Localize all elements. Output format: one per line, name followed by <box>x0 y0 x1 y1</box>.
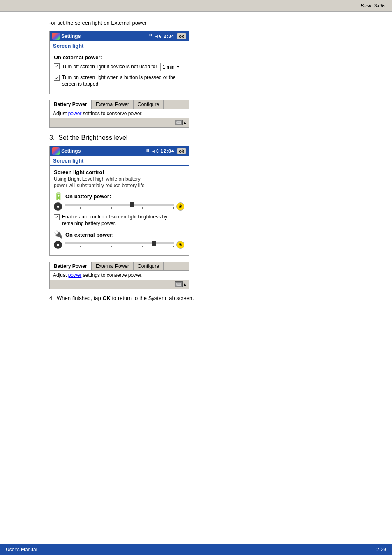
scroll-up-1[interactable]: ▲ <box>183 121 187 125</box>
tab-battery-power-1[interactable]: Battery Power <box>50 100 92 109</box>
checkbox-row-1: Turn off screen light if device is not u… <box>54 63 184 71</box>
control-sub1: Using Bright Level high while on battery <box>54 176 184 182</box>
device-body-2: Screen light control Using Bright Level … <box>50 166 189 255</box>
brightness-low-icon: ● <box>54 202 62 211</box>
dropdown-arrow-1: ▼ <box>176 65 180 69</box>
brightness-low-icon-2: ● <box>54 241 62 249</box>
titlebar-right-2: ⠿ ◄€ 12:04 ok <box>146 148 186 154</box>
control-sub2: power will substantially reduce battery … <box>54 183 184 188</box>
step3-number: 3. <box>49 134 55 141</box>
device-titlebar-2: Settings ⠿ ◄€ 12:04 ok <box>50 146 189 156</box>
footer-left: User's Manual <box>6 547 37 553</box>
main-content: -or set the screen light on External pow… <box>0 12 392 326</box>
battery-label: On battery power: <box>65 193 111 200</box>
ok-button-2[interactable]: ok <box>177 148 186 154</box>
frame2: Settings ⠿ ◄€ 12:04 ok Screen light Scre… <box>49 146 367 256</box>
step4-ok: OK <box>102 295 111 301</box>
header-title: Basic Skills <box>360 3 385 9</box>
checkbox-3-text: Enable auto control of screen light brig… <box>62 214 184 227</box>
signal-icons: ⠿ ◄€ 2:34 <box>149 34 174 39</box>
slider-ticks-1 <box>65 207 174 209</box>
dropdown-value: 1 min <box>162 64 174 70</box>
checkbox-1[interactable] <box>54 63 60 69</box>
checkbox-1-text: Turn off screen light if device is not u… <box>62 64 157 70</box>
tab-battery-power-2[interactable]: Battery Power <box>50 262 92 270</box>
titlebar-right: ⠿ ◄€ 2:34 ok <box>149 33 186 39</box>
signal-icons-2: ⠿ ◄€ 12:04 <box>146 149 174 154</box>
app-name-2: Settings <box>61 148 81 154</box>
keyboard-icon-1[interactable]: ⌨ <box>175 120 183 125</box>
external-label: On external power: <box>65 232 114 238</box>
tabbar-2: Battery Power External Power Configure A… <box>49 262 189 289</box>
device-body-1: On external power: Turn off screen light… <box>50 51 189 94</box>
external-section: 🔌 On external power: <box>54 230 184 239</box>
brightness-high-icon-2: ☀ <box>176 241 184 249</box>
checkbox-3[interactable] <box>54 214 60 220</box>
tab-bar-2: Battery Power External Power Configure <box>50 262 189 271</box>
power-link-1[interactable]: power <box>68 111 82 116</box>
battery-section: 🔋 On battery power: <box>54 192 184 201</box>
section-title-2: Screen light <box>50 156 189 166</box>
power-link-2[interactable]: power <box>68 272 82 278</box>
plug-icon: 🔌 <box>54 230 63 239</box>
scroll-up-2[interactable]: ▲ <box>183 282 187 287</box>
tab-content-1: Adjust power settings to conserve power. <box>50 109 189 118</box>
frame1: Settings ⠿ ◄€ 2:34 ok Screen light On ex… <box>49 31 367 94</box>
slider-thumb-2[interactable] <box>152 241 156 246</box>
tab-bar-1: Battery Power External Power Configure <box>50 100 189 109</box>
slider-track-1 <box>65 204 174 206</box>
brightness-high-icon: ☀ <box>176 202 184 211</box>
titlebar-left-2: Settings <box>52 147 81 155</box>
tab-external-power-1[interactable]: External Power <box>92 100 134 109</box>
section-title-1: Screen light <box>50 41 189 51</box>
tab-footer-2: ⌨ ▲ <box>50 280 189 289</box>
tab-footer-1: ⌨ ▲ <box>50 118 189 127</box>
tab-content-2: Adjust power settings to conserve power. <box>50 271 189 280</box>
device-titlebar-1: Settings ⠿ ◄€ 2:34 ok <box>50 31 189 41</box>
tab-configure-1[interactable]: Configure <box>134 100 164 109</box>
step3-header: 3. Set the Brightness level <box>49 134 367 142</box>
keyboard-icon-2[interactable]: ⌨ <box>175 281 183 287</box>
slider-ticks-2 <box>65 246 174 247</box>
slider-2[interactable]: ● <box>54 241 184 249</box>
slider-1[interactable]: ● <box>54 202 184 211</box>
slider-track-wrap-1 <box>65 204 174 209</box>
footer-bar: User's Manual 2-29 <box>0 544 392 555</box>
step4-number: 4. <box>49 295 54 301</box>
subsection-label-1: On external power: <box>54 54 184 60</box>
checkbox-row-2: Turn on screen light when a button is pr… <box>54 74 184 87</box>
ok-button-1[interactable]: ok <box>177 33 186 39</box>
control-title: Screen light control <box>54 169 184 175</box>
footer-right: 2-29 <box>376 547 386 553</box>
intro-text: -or set the screen light on External pow… <box>49 20 367 26</box>
device-frame-1: Settings ⠿ ◄€ 2:34 ok Screen light On ex… <box>49 31 189 94</box>
tab-external-power-2[interactable]: External Power <box>92 262 134 270</box>
step4-rest: to return to the System tab screen. <box>111 295 194 301</box>
titlebar-left: Settings <box>52 33 81 40</box>
step4-text: 4. When finished, tap OK to return to th… <box>49 295 367 301</box>
tab-configure-2[interactable]: Configure <box>134 262 164 270</box>
tabbar-1: Battery Power External Power Configure A… <box>49 100 189 128</box>
app-name-1: Settings <box>61 33 81 39</box>
dropdown-1[interactable]: 1 min ▼ <box>160 63 182 71</box>
slider-track-wrap-2 <box>65 242 174 247</box>
slider-track-2 <box>65 242 174 244</box>
battery-icon: 🔋 <box>54 192 63 201</box>
checkbox-2[interactable] <box>54 75 60 81</box>
step3-text: Set the Brightness level <box>58 134 127 141</box>
windows-icon-2 <box>52 147 60 155</box>
device-frame-2: Settings ⠿ ◄€ 12:04 ok Screen light Scre… <box>49 146 189 256</box>
header-bar: Basic Skills <box>0 0 392 12</box>
windows-icon <box>52 33 60 40</box>
step4-prefix: When finished, tap <box>57 295 102 301</box>
checkbox-row-3: Enable auto control of screen light brig… <box>54 214 184 227</box>
slider-thumb-1[interactable] <box>130 202 134 207</box>
checkbox-2-text: Turn on screen light when a button is pr… <box>62 74 184 87</box>
